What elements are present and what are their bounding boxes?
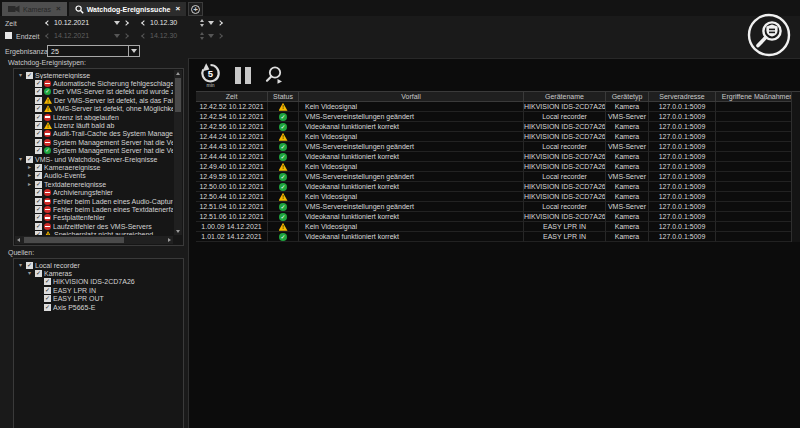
- time-spinner[interactable]: [200, 32, 204, 40]
- tree-item[interactable]: ✓System Management Server hat die Verbin…: [16, 138, 173, 146]
- expand-icon[interactable]: ▸: [26, 164, 33, 171]
- checkbox-checked[interactable]: ✓: [44, 295, 51, 302]
- table-row[interactable]: 12.42.52 10.12.2021!Kein VideosignalHIKV…: [196, 102, 800, 112]
- tree-item[interactable]: ▾✓VMS- und Watchdog-Server-Ereignisse: [16, 155, 173, 163]
- tree-item[interactable]: ✓Laufzeitfehler des VMS-Servers: [16, 222, 173, 230]
- tab-kameras[interactable]: Kameras ×: [2, 2, 67, 16]
- scroll-down-icon[interactable]: [176, 230, 180, 233]
- tree-item[interactable]: ✓Fehler beim Laden eines Audio-Capture-T…: [16, 197, 173, 205]
- checkbox-checked[interactable]: ✓: [35, 231, 42, 235]
- tree-item[interactable]: ▸✓Kameraereignisse: [16, 163, 173, 171]
- add-tab-button[interactable]: +: [188, 2, 203, 16]
- checkbox-checked[interactable]: ✓: [35, 181, 42, 188]
- checkbox-checked[interactable]: ✓: [35, 97, 42, 104]
- checkbox-checked[interactable]: ✓: [35, 223, 42, 230]
- table-row[interactable]: 12.50.44 10.12.2021!Kein VideosignalHIKV…: [196, 192, 800, 202]
- tree-item[interactable]: ✓Axis P5665-E: [16, 303, 181, 311]
- tab-watchdog-ereignissuche[interactable]: Watchdog-Ereignissuche ×: [69, 2, 186, 16]
- checkbox-checked[interactable]: ✓: [35, 88, 42, 95]
- tree-item[interactable]: ▾✓Kameras: [16, 269, 181, 277]
- tree-item[interactable]: ✓!Speicherplatz nicht ausreichend: [16, 230, 173, 235]
- prev-date-button[interactable]: [45, 33, 51, 39]
- next-time-button[interactable]: [217, 20, 223, 26]
- expand-icon[interactable]: ▸: [26, 181, 33, 188]
- tree-item[interactable]: ✓✓System Management Server hat die Verbi…: [16, 147, 173, 155]
- end-date-value[interactable]: 14.12.2021: [54, 32, 110, 39]
- tree-item[interactable]: ✓EASY LPR OUT: [16, 295, 181, 303]
- checkbox-checked[interactable]: ✓: [26, 72, 33, 79]
- time-dropdown-icon[interactable]: [208, 34, 214, 38]
- tree-item[interactable]: ✓Lizenz ist abgelaufen: [16, 113, 173, 121]
- checkbox-checked[interactable]: ✓: [35, 130, 42, 137]
- prev-time-button[interactable]: [141, 33, 147, 39]
- column-header[interactable]: Zeit: [196, 91, 268, 102]
- horizontal-scrollbar[interactable]: [15, 236, 173, 244]
- table-row[interactable]: 12.44.24 10.12.2021!Kein VideosignalHIKV…: [196, 132, 800, 142]
- prev-time-button[interactable]: [141, 20, 147, 26]
- column-header[interactable]: Gerätetyp: [606, 91, 649, 102]
- scroll-left-icon[interactable]: [17, 238, 20, 242]
- checkbox-checked[interactable]: ✓: [44, 278, 51, 285]
- end-time-value[interactable]: 14.12.30: [150, 32, 196, 39]
- tree-item[interactable]: ▸✓Textdatenereignisse: [16, 180, 173, 188]
- tree-item[interactable]: ✓HIKVISION IDS-2CD7A26: [16, 278, 181, 286]
- pause-button[interactable]: [235, 67, 251, 84]
- scroll-up-icon[interactable]: [176, 72, 180, 75]
- endzeit-checkbox[interactable]: [5, 32, 12, 39]
- checkbox-checked[interactable]: ✓: [35, 114, 42, 121]
- tree-item[interactable]: ✓Audit-Trail-Cache des System Management…: [16, 130, 173, 138]
- tree-item[interactable]: ▾✓Local recorder: [16, 261, 181, 269]
- checkbox-checked[interactable]: ✓: [35, 206, 42, 213]
- table-row[interactable]: 12.51.06 10.12.2021✓Videokanal funktioni…: [196, 212, 800, 222]
- date-dropdown-icon[interactable]: [114, 21, 120, 25]
- column-header[interactable]: Ergriffene Maßnahmen: [716, 91, 800, 102]
- checkbox-checked[interactable]: ✓: [35, 270, 42, 277]
- tree-item[interactable]: ✓Fehler beim Laden eines Textdatenerfass…: [16, 205, 173, 213]
- time-dropdown-icon[interactable]: [208, 21, 214, 25]
- tree-item[interactable]: ✓Festplattenfehler: [16, 214, 173, 222]
- collapse-icon[interactable]: ▾: [17, 72, 24, 79]
- checkbox-checked[interactable]: ✓: [35, 164, 42, 171]
- next-date-button[interactable]: [123, 33, 129, 39]
- close-icon[interactable]: ×: [175, 5, 180, 13]
- scroll-right-icon[interactable]: [168, 238, 171, 242]
- close-icon[interactable]: ×: [56, 5, 61, 13]
- table-row[interactable]: 12.42.56 10.12.2021✓Videokanal funktioni…: [196, 122, 800, 132]
- dropdown-button[interactable]: [128, 46, 139, 56]
- scrollbar-thumb[interactable]: [24, 237, 124, 243]
- tree-item[interactable]: ✓✓Der VMS-Server ist defekt und wurde zu…: [16, 88, 173, 96]
- collapse-icon[interactable]: ▾: [17, 156, 24, 163]
- column-header[interactable]: Serveradresse: [649, 91, 716, 102]
- scrollbar-thumb[interactable]: [175, 78, 181, 112]
- search-button[interactable]: [264, 65, 284, 85]
- checkbox-checked[interactable]: ✓: [35, 189, 42, 196]
- expand-icon[interactable]: ▸: [26, 172, 33, 179]
- prev-date-button[interactable]: [45, 20, 51, 26]
- table-row[interactable]: 12.51.04 10.12.2021✓VMS-Servereinstellun…: [196, 202, 800, 212]
- tree-item[interactable]: ▾✓Systemereignisse: [16, 71, 173, 79]
- table-row[interactable]: 1.00.09 14.12.2021!Kein VideosignalEASY …: [196, 222, 800, 232]
- table-row[interactable]: 12.42.54 10.12.2021✓VMS-Servereinstellun…: [196, 112, 800, 122]
- table-row[interactable]: 12.44.44 10.12.2021✓Videokanal funktioni…: [196, 152, 800, 162]
- column-header[interactable]: Gerätename: [524, 91, 606, 102]
- table-row[interactable]: 1.01.02 14.12.2021✓Videokanal funktionie…: [196, 232, 800, 242]
- column-header[interactable]: Vorfall: [299, 91, 524, 102]
- checkbox-checked[interactable]: ✓: [26, 262, 33, 269]
- tree-item[interactable]: ▸✓Audio-Events: [16, 172, 173, 180]
- checkbox-checked[interactable]: ✓: [35, 198, 42, 205]
- start-time-value[interactable]: 10.12.30: [150, 19, 196, 26]
- tree-item[interactable]: ✓Automatische Sicherung fehlgeschlagen: [16, 79, 173, 87]
- table-row[interactable]: 12.44.43 10.12.2021✓VMS-Servereinstellun…: [196, 142, 800, 152]
- table-row[interactable]: 12.49.40 10.12.2021!Kein VideosignalHIKV…: [196, 162, 800, 172]
- next-time-button[interactable]: [217, 33, 223, 39]
- checkbox-checked[interactable]: ✓: [35, 122, 42, 129]
- checkbox-checked[interactable]: ✓: [44, 304, 51, 311]
- date-dropdown-icon[interactable]: [114, 34, 120, 38]
- next-date-button[interactable]: [123, 20, 129, 26]
- vertical-scrollbar[interactable]: [174, 70, 182, 235]
- checkbox-checked[interactable]: ✓: [35, 80, 42, 87]
- checkbox-checked[interactable]: ✓: [35, 147, 42, 154]
- checkbox-checked[interactable]: ✓: [35, 172, 42, 179]
- time-spinner[interactable]: [200, 19, 204, 27]
- column-header[interactable]: Status: [268, 91, 299, 102]
